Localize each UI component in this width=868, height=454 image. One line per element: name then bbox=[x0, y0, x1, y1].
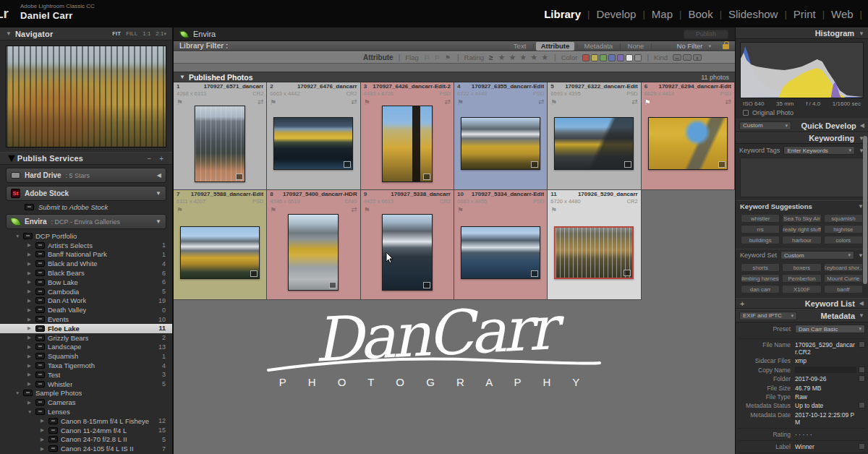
metadata-field-value[interactable]: 46.79 MB bbox=[795, 385, 856, 392]
tree-row[interactable]: ▶ Test 3 bbox=[0, 370, 172, 380]
disclosure-arrow-icon[interactable]: ▶ bbox=[27, 242, 33, 248]
photo-thumbnail[interactable] bbox=[288, 214, 339, 291]
photo-thumbnail[interactable] bbox=[195, 106, 245, 182]
collapse-down-icon[interactable]: ▼ bbox=[156, 190, 161, 197]
keyword-suggestion-chip[interactable]: really right stuff bbox=[782, 225, 821, 234]
tree-row[interactable]: ▶ Floe Lake 11 bbox=[0, 324, 172, 333]
keyword-tags-textarea[interactable] bbox=[740, 158, 864, 197]
tree-row[interactable]: ▶ Canon 24-70 f/2.8 L II 5 bbox=[0, 435, 172, 445]
keyword-suggestion-chip[interactable]: highrise bbox=[824, 225, 863, 234]
module-tab[interactable]: Book bbox=[688, 8, 712, 20]
tree-row[interactable]: ▶ Cambodia 5 bbox=[0, 287, 172, 296]
keyword-set-dropdown[interactable]: Custom ▾ bbox=[780, 251, 854, 260]
disclosure-arrow-icon[interactable]: ▶ bbox=[27, 279, 33, 285]
navigator-preview-image[interactable] bbox=[6, 46, 166, 147]
metadata-action-button[interactable] bbox=[859, 367, 865, 373]
chevron-down-icon[interactable]: ▾ bbox=[708, 43, 711, 49]
disclosure-arrow-icon[interactable]: ▶ bbox=[27, 307, 33, 313]
flag-icon[interactable]: ⚑ bbox=[457, 206, 464, 214]
tree-row[interactable]: ▶ Black and White 4 bbox=[0, 259, 172, 268]
metadata-action-button[interactable] bbox=[859, 341, 865, 348]
enter-keywords-dropdown[interactable]: Enter Keywords ▾ bbox=[783, 146, 855, 155]
color-swatch[interactable] bbox=[617, 54, 624, 61]
service-adobe-stock[interactable]: St Adobe Stock ▼ bbox=[6, 186, 166, 201]
flag-icon[interactable]: ⚑ bbox=[364, 206, 370, 214]
submit-to-adobe-stock[interactable]: Submit to Adobe Stock bbox=[25, 203, 166, 211]
keyword-suggestion-chip[interactable]: whistler bbox=[741, 214, 780, 223]
tree-row[interactable]: ▶ Dan At Work 19 bbox=[0, 296, 172, 306]
keyword-set-chip[interactable]: banff bbox=[824, 285, 863, 294]
metadata-field-value[interactable]: Winner bbox=[795, 443, 856, 450]
histogram-header[interactable]: Histogram ▼ bbox=[736, 27, 868, 39]
keyword-set-chip[interactable]: shorts bbox=[741, 263, 780, 272]
disclosure-arrow-icon[interactable]: ▶ bbox=[27, 363, 33, 369]
color-swatch[interactable] bbox=[608, 54, 616, 61]
publish-services-header[interactable]: ▼ Publish Services − + bbox=[0, 152, 172, 165]
tree-row[interactable]: ▶ Death Valley 0 bbox=[0, 305, 172, 314]
filter-lock-icon[interactable] bbox=[723, 44, 729, 49]
disclosure-arrow-icon[interactable]: ▶ bbox=[27, 344, 33, 350]
zoom-option[interactable]: FILL bbox=[126, 30, 137, 37]
color-swatch[interactable] bbox=[600, 54, 607, 61]
disclosure-arrow-icon[interactable]: ▶ bbox=[41, 418, 46, 424]
tree-row[interactable]: ▶ Banff National Park 1 bbox=[0, 250, 172, 260]
published-icon[interactable]: ⇄ bbox=[351, 205, 357, 213]
metadata-header[interactable]: EXIF and IPTC ▾ Metadata ▼ bbox=[736, 309, 868, 322]
module-tab[interactable]: Slideshow bbox=[728, 8, 778, 20]
add-remove-icons[interactable]: − + bbox=[148, 155, 166, 163]
rating-gte-icon[interactable]: ≥ bbox=[489, 53, 493, 61]
collapse-triangle-icon[interactable]: ▼ bbox=[859, 30, 864, 37]
service-hard-drive[interactable]: Hard Drive : 5 Stars ◀ bbox=[6, 168, 166, 183]
disclosure-arrow-icon[interactable]: ▶ bbox=[41, 437, 46, 442]
metadata-field-value[interactable]: Raw bbox=[795, 393, 856, 401]
flag-icon[interactable]: ⚑ bbox=[644, 98, 651, 106]
metadata-field-value[interactable]: 2017-09-26 bbox=[795, 375, 856, 382]
disclosure-arrow-icon[interactable]: ▶ bbox=[27, 270, 33, 276]
flag-icon[interactable]: ⚑ bbox=[550, 98, 557, 106]
metadata-action-button[interactable] bbox=[859, 402, 865, 408]
quick-develop-preset-dropdown[interactable]: Custom ▾ bbox=[739, 121, 791, 130]
tree-row[interactable]: ▶ Bow Lake 6 bbox=[0, 278, 172, 287]
flag-icon[interactable]: ⚑ bbox=[270, 98, 276, 106]
keyword-set-chip[interactable]: climbing harness bbox=[741, 274, 780, 283]
tree-row[interactable]: ▶ Squamish 1 bbox=[0, 351, 172, 361]
disclosure-arrow-icon[interactable]: ▶ bbox=[27, 400, 33, 406]
virtual-copy-icon[interactable]: ◡ bbox=[683, 54, 692, 61]
keyword-set-chip[interactable]: Pemberton bbox=[782, 274, 821, 283]
tree-row[interactable]: ▶ Whistler 5 bbox=[0, 380, 172, 389]
zoom-option[interactable]: 1:1 bbox=[142, 30, 150, 37]
color-swatch[interactable] bbox=[582, 54, 590, 61]
keyword-suggestion-chip[interactable]: buildings bbox=[741, 236, 780, 244]
zoom-option[interactable]: FIT bbox=[112, 30, 121, 37]
photo-cell[interactable]: 3 170927_6426_dancarr-Edit-2 4483 x 6726… bbox=[361, 82, 454, 190]
right-panel-scrollbar[interactable] bbox=[863, 136, 867, 284]
tree-row[interactable]: ▼ Sample Photos bbox=[0, 389, 172, 398]
module-tab[interactable]: Print bbox=[793, 8, 816, 20]
metadata-field-value[interactable]: · · · · · bbox=[795, 431, 856, 438]
published-icon[interactable]: ⇄ bbox=[351, 98, 357, 106]
disclosure-arrow-icon[interactable]: ▶ bbox=[27, 288, 33, 294]
photo-thumbnail[interactable] bbox=[461, 226, 540, 279]
photo-cell[interactable]: 2 170927_6476_dancarr 6663 x 4442 CR2 ⚑ … bbox=[267, 82, 360, 190]
keyword-suggestions-header[interactable]: Keyword Suggestions ▼ bbox=[736, 200, 868, 212]
filter-tab[interactable]: Text bbox=[509, 42, 531, 51]
collapse-left-icon[interactable]: ◀ bbox=[157, 172, 161, 179]
tree-row[interactable]: ▶ Events 10 bbox=[0, 314, 172, 324]
publish-button[interactable]: Publish bbox=[684, 30, 728, 39]
collapse-down-icon[interactable]: ▼ bbox=[156, 218, 161, 225]
published-icon[interactable]: ⇄ bbox=[445, 98, 451, 106]
tree-row[interactable]: ▶ Canon 24-105 f/4 L IS II 7 bbox=[0, 444, 172, 453]
photo-cell[interactable]: 6 170927_6294_dancarr-Edit 6629 x 4419 P… bbox=[642, 82, 735, 190]
zoom-stepper-icon[interactable]: ▾ bbox=[163, 31, 166, 37]
flag-filter-icons[interactable]: ⚐ ⚐ ⚑ bbox=[424, 54, 452, 61]
rating-stars[interactable]: ★ ★ ★ ★ ★ bbox=[498, 53, 550, 62]
disclosure-arrow-icon[interactable]: ▶ bbox=[27, 335, 33, 340]
photo-cell[interactable]: 1 170927_6571_dancarr 4268 x 6313 CR2 ⚑ … bbox=[174, 82, 267, 190]
photo-thumbnail[interactable] bbox=[461, 117, 540, 170]
disclosure-arrow-icon[interactable]: ▶ bbox=[27, 252, 33, 257]
flag-icon[interactable]: ⚑ bbox=[270, 206, 276, 214]
original-photo-checkbox[interactable] bbox=[743, 110, 749, 116]
metadata-action-button[interactable] bbox=[859, 375, 865, 382]
module-tab[interactable]: Map bbox=[652, 8, 673, 20]
published-photos-header[interactable]: ▼ Published Photos 11 photos bbox=[174, 72, 735, 82]
